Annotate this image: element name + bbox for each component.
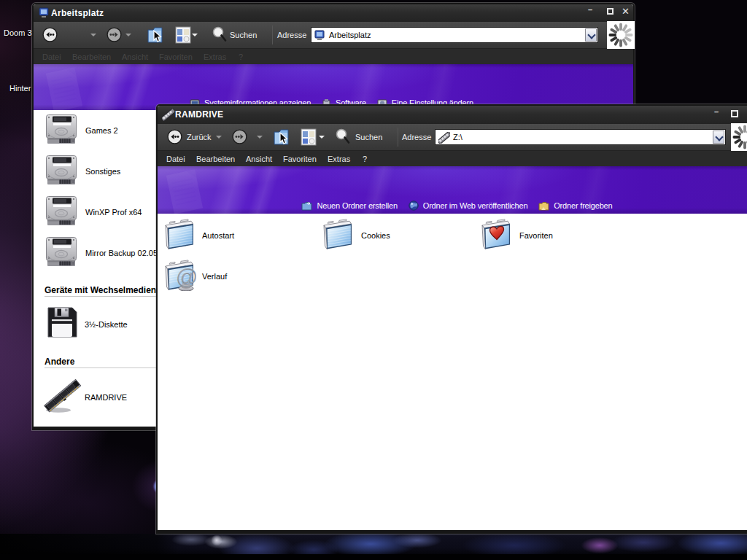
svg-text:@: @ xyxy=(177,264,196,288)
